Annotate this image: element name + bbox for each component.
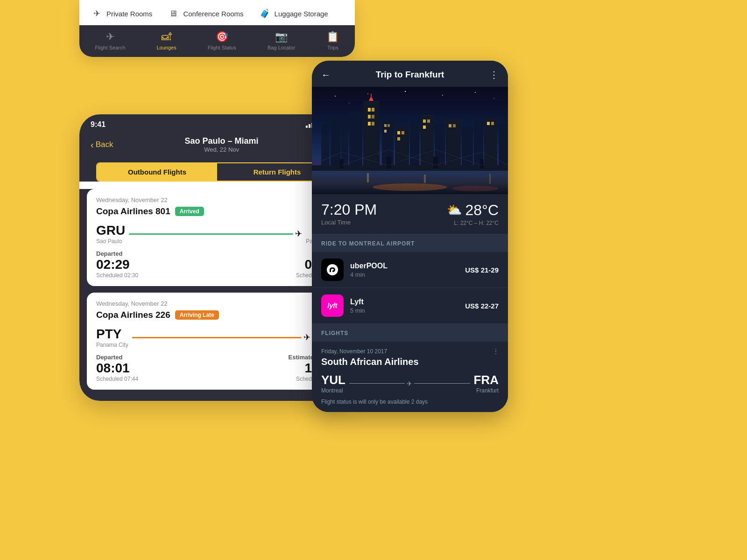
ride-section-header: RIDE TO MONTREAL AIRPORT xyxy=(312,234,508,252)
uber-ride-item[interactable]: uberPOOL 4 min US$ 21-29 xyxy=(312,252,508,288)
city-hero-image xyxy=(312,87,508,194)
amenity-label: Conference Rooms xyxy=(183,10,243,18)
svg-rect-9 xyxy=(331,117,341,171)
route-date: Wed, 22 Nov xyxy=(185,146,259,153)
right-dest-code: FRA xyxy=(474,373,499,387)
svg-point-7 xyxy=(349,103,350,104)
weather-icon: ⛅ xyxy=(447,203,462,217)
right-flight-more-icon[interactable]: ⋮ xyxy=(493,348,499,355)
right-phone: ← Trip to Frankfurt ⋮ xyxy=(312,61,508,412)
tab-outbound[interactable]: Outbound Flights xyxy=(97,163,217,181)
nav-flight-status-label: Flight Status xyxy=(208,45,236,50)
right-back-button[interactable]: ← xyxy=(321,70,331,80)
flight-2-airline: Copa Airlines 226 xyxy=(96,310,170,320)
uber-price: US$ 21-29 xyxy=(465,266,499,274)
flight-2-header: Copa Airlines 226 Arriving Late xyxy=(96,310,338,320)
nav-bag-locator[interactable]: 📷 Bag Locator xyxy=(268,31,295,50)
conference-rooms-icon: 🖥 xyxy=(167,7,179,20)
flight-2-date: Wednesday, November 22 xyxy=(96,300,338,307)
flight-1-origin-city: Sao Paulo xyxy=(96,238,125,245)
flight-1-date: Wednesday, November 22 xyxy=(96,196,338,203)
right-flight-card: Friday, November 10 2017 ⋮ South African… xyxy=(312,342,508,412)
header-title: Sao Paulo – Miami Wed, 22 Nov xyxy=(185,136,259,153)
svg-rect-8 xyxy=(321,124,330,171)
nav-bag-locator-label: Bag Locator xyxy=(268,45,295,50)
flight-1-status: Arrived xyxy=(175,207,204,216)
svg-rect-27 xyxy=(402,131,404,134)
flights-section-header: FLIGHTS xyxy=(312,324,508,342)
right-flight-route: YUL Montreal ✈ FRA Frankfurt xyxy=(321,373,499,394)
flight-1-times: Departed 02:29 Scheduled 02:30 Arrived 0… xyxy=(96,250,338,279)
flight-status-icon: 🎯 xyxy=(216,31,228,43)
back-button[interactable]: ‹ Back xyxy=(91,140,113,150)
plane-icon-2: ✈ xyxy=(303,332,310,343)
svg-point-1 xyxy=(335,96,336,97)
ride-section-label: RIDE TO MONTREAL AIRPORT xyxy=(321,240,415,247)
svg-rect-32 xyxy=(427,119,430,123)
departed-label-2: Departed xyxy=(96,354,138,361)
svg-point-3 xyxy=(405,91,406,92)
nav-flight-status[interactable]: 🎯 Flight Status xyxy=(208,31,236,50)
departed-scheduled: Scheduled 02:30 xyxy=(96,272,138,279)
private-rooms-icon: ✈ xyxy=(91,7,103,20)
weather-temp-row: ⛅ 28°C xyxy=(447,202,499,219)
local-time-label: Local Time xyxy=(321,219,447,226)
flight-card-2: Wednesday, November 22 Copa Airlines 226… xyxy=(87,293,347,390)
uber-logo xyxy=(321,259,344,281)
status-time: 9:41 xyxy=(91,120,106,129)
svg-rect-58 xyxy=(367,173,369,182)
flight-1-route-line: ✈ xyxy=(129,229,302,239)
flight-1-header: Copa Airlines 801 Arrived xyxy=(96,206,338,217)
lyft-time: 5 min xyxy=(350,307,458,314)
bottom-navigation: ✈ Flight Search 🛋 Lounges 🎯 Flight Statu… xyxy=(79,25,355,57)
route-line-bar xyxy=(129,233,293,235)
top-card: ✈ Private Rooms 🖥 Conference Rooms 🧳 Lug… xyxy=(79,0,355,57)
weather-left: 7:20 PM Local Time xyxy=(321,202,447,226)
lyft-price: US$ 22-27 xyxy=(465,302,499,310)
right-plane-icon: ✈ xyxy=(407,380,412,387)
svg-rect-13 xyxy=(368,108,371,112)
nav-flight-search[interactable]: ✈ Flight Search xyxy=(95,31,126,50)
lyft-ride-item[interactable]: lyft Lyft 5 min US$ 22-27 xyxy=(312,288,508,324)
flight-card-1: Wednesday, November 22 Copa Airlines 801… xyxy=(87,189,347,286)
flight-line-bar xyxy=(349,383,405,384)
right-flight-date: Friday, November 10 2017 ⋮ xyxy=(321,348,499,355)
amenities-list: ✈ Private Rooms 🖥 Conference Rooms 🧳 Lug… xyxy=(79,0,355,25)
back-label: Back xyxy=(96,140,113,149)
local-time: 7:20 PM xyxy=(321,202,447,218)
right-phone-header: ← Trip to Frankfurt ⋮ xyxy=(312,61,508,87)
svg-rect-47 xyxy=(433,157,438,168)
right-origin-code: YUL xyxy=(321,373,345,387)
svg-point-4 xyxy=(442,95,443,96)
svg-point-62 xyxy=(452,186,499,191)
svg-rect-26 xyxy=(397,131,400,134)
flight-search-icon: ✈ xyxy=(106,31,114,43)
amenity-label: Luggage Storage xyxy=(275,10,328,18)
svg-rect-37 xyxy=(453,124,456,127)
amenity-private-rooms: ✈ Private Rooms xyxy=(91,7,152,20)
nav-lounges[interactable]: 🛋 Lounges xyxy=(156,31,176,50)
city-skyline-svg xyxy=(312,87,508,194)
svg-rect-17 xyxy=(368,122,371,126)
flight-2-status: Arriving Late xyxy=(175,310,219,320)
svg-rect-18 xyxy=(372,122,374,126)
right-flight-destination: FRA Frankfurt xyxy=(474,373,499,394)
svg-rect-15 xyxy=(368,115,371,119)
temperature: 28°C xyxy=(465,202,499,219)
weather-row: 7:20 PM Local Time ⛅ 28°C L: 22°C – H: 2… xyxy=(312,194,508,234)
flight-2-departure: Departed 08:01 Scheduled 07:44 xyxy=(96,354,138,382)
lyft-info: Lyft 5 min xyxy=(350,298,458,314)
flight-line-bar-2 xyxy=(414,383,470,384)
lyft-name: Lyft xyxy=(350,298,458,306)
back-chevron-icon: ‹ xyxy=(91,140,94,150)
svg-rect-43 xyxy=(499,124,508,171)
more-options-icon[interactable]: ⋮ xyxy=(489,69,499,80)
flight-2-origin: PTY Panama City xyxy=(96,327,128,348)
svg-point-63 xyxy=(327,264,338,275)
uber-time: 4 min xyxy=(350,271,458,278)
svg-point-5 xyxy=(475,92,476,93)
flight-1-origin: GRU Sao Paulo xyxy=(96,223,125,245)
nav-trips[interactable]: 📋 Trips xyxy=(326,31,339,50)
svg-rect-20 xyxy=(371,94,372,98)
svg-rect-60 xyxy=(489,174,491,184)
